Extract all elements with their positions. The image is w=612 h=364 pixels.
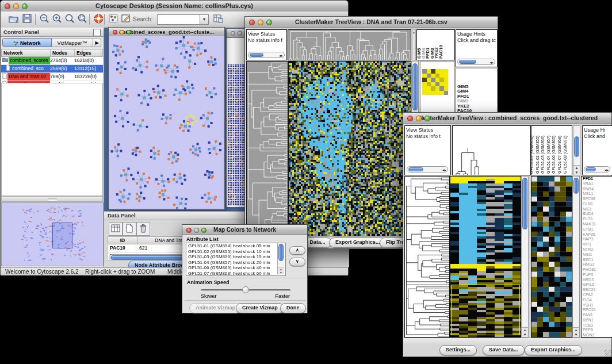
treeview1-titlebar[interactable]: ClusterMaker TreeView : DNA and Tran 07-… xyxy=(245,17,498,28)
network-canvas[interactable] xyxy=(109,36,224,209)
gene-label[interactable]: HMG1 xyxy=(582,262,612,267)
settings-button[interactable]: Settings... xyxy=(439,345,477,355)
matrix-cell[interactable] xyxy=(431,86,435,91)
save-icon[interactable] xyxy=(21,13,33,25)
tv1-column-dendrogram[interactable] xyxy=(288,29,411,60)
tv2-heatmap[interactable] xyxy=(450,176,521,338)
matrix-cell[interactable] xyxy=(435,74,440,78)
main-title-bar[interactable]: Cytoscape Desktop (Session Name: collins… xyxy=(1,1,348,12)
tv1-mini-scroll-strip[interactable]: ▲ xyxy=(412,29,416,60)
matrix-cell[interactable] xyxy=(439,86,444,91)
matrix-cell[interactable] xyxy=(444,74,449,78)
matrix-cell[interactable] xyxy=(444,91,449,95)
matrix-cell[interactable] xyxy=(439,74,444,78)
tv2-column-label[interactable]: GPL51-01 (GSM854) xyxy=(531,136,534,174)
minimize-button[interactable] xyxy=(416,116,422,121)
minimize-button[interactable] xyxy=(13,3,19,9)
tv2-collabel-vscrollbar[interactable]: ▲▼ xyxy=(573,125,580,175)
network-birdseye-overview[interactable] xyxy=(1,202,104,266)
matrix-cell[interactable] xyxy=(439,91,444,95)
matrix-cell[interactable] xyxy=(444,78,449,82)
close-button[interactable] xyxy=(249,20,255,25)
gene-label[interactable]: CLN1 xyxy=(582,202,612,207)
matrix-cell[interactable] xyxy=(435,69,440,74)
gene-label[interactable]: TCB3 xyxy=(582,323,612,328)
zoom-button[interactable] xyxy=(127,30,131,35)
tab-scroll-right-icon[interactable]: ▶ xyxy=(93,38,101,47)
tv1-status-hscrollbar[interactable]: ◂▸ xyxy=(248,52,285,58)
tv2-column-label[interactable]: GPL51-02 (GSM855) xyxy=(536,136,540,174)
zoom-button[interactable] xyxy=(22,3,28,9)
close-button[interactable] xyxy=(186,228,192,233)
matrix-cell[interactable] xyxy=(422,69,427,74)
close-button[interactable] xyxy=(113,30,117,35)
dialog-titlebar[interactable]: Map Colors to Network xyxy=(182,225,307,235)
tab-network[interactable]: Network xyxy=(2,38,52,47)
matrix-cell[interactable] xyxy=(435,91,440,95)
gene-label[interactable]: NIS1 xyxy=(582,207,612,212)
search-input[interactable] xyxy=(157,14,201,25)
resize-grip[interactable] xyxy=(605,350,611,356)
matrix-cell[interactable] xyxy=(439,78,444,82)
gene-label[interactable]: ELG1 xyxy=(582,217,612,222)
matrix-cell[interactable] xyxy=(427,74,431,78)
close-button[interactable] xyxy=(5,3,10,9)
zoom-selected-icon[interactable] xyxy=(76,13,88,25)
save-data-button[interactable]: Save Data... xyxy=(483,345,525,355)
matrix-cell[interactable] xyxy=(431,91,435,95)
tv1-heatmap[interactable] xyxy=(288,61,411,236)
gene-label[interactable]: MON2 xyxy=(582,333,612,338)
gene-label[interactable]: YSH1 xyxy=(582,303,612,308)
gene-label[interactable]: SPC98 xyxy=(582,197,612,202)
zoom-button[interactable] xyxy=(424,116,430,121)
attribute-list-item[interactable]: GPL51-07 (GSM868) heat shock 60 min xyxy=(186,271,285,277)
attribute-browser-icon[interactable] xyxy=(212,13,224,25)
gene-label[interactable]: MSL1 xyxy=(582,191,612,197)
matrix-cell[interactable] xyxy=(435,86,440,91)
treeview2-titlebar[interactable]: ClusterMaker TreeView : combined_scores_… xyxy=(403,113,611,124)
annotation-tool-icon[interactable] xyxy=(120,13,132,25)
matrix-cell[interactable] xyxy=(431,82,435,87)
matrix-cell[interactable] xyxy=(439,82,444,87)
gene-label[interactable]: GTB1 xyxy=(582,227,612,232)
gene-label[interactable]: SEC24 xyxy=(582,288,612,293)
id-column-header[interactable]: ID xyxy=(108,236,137,244)
tv2-column-label[interactable]: GPL51-08 (GSM872) xyxy=(563,136,567,174)
tv1-side-label[interactable]: GIM5 xyxy=(456,68,497,89)
gene-label[interactable]: NTR2 xyxy=(582,247,612,252)
matrix-cell[interactable] xyxy=(422,86,427,91)
zoom-fit-icon[interactable] xyxy=(64,13,75,25)
matrix-cell[interactable] xyxy=(427,69,431,74)
matrix-cell[interactable] xyxy=(422,78,427,82)
close-button[interactable] xyxy=(407,116,413,121)
done-button[interactable]: Done xyxy=(280,303,306,313)
gene-label[interactable]: CPA2 xyxy=(582,293,612,298)
matrix-cell[interactable] xyxy=(431,78,435,82)
zoom-in-icon[interactable] xyxy=(51,13,63,25)
tv2-genelist-vscrollbar[interactable]: ▲▼ xyxy=(572,176,580,338)
matrix-cell[interactable] xyxy=(444,82,449,87)
gene-label[interactable]: RPO21 xyxy=(582,308,612,313)
minimize-button[interactable] xyxy=(120,30,124,35)
matrix-cell[interactable] xyxy=(427,91,431,95)
tv2-column-label[interactable]: GPL51-03 (GSM856) xyxy=(541,136,545,174)
animate-vizmap-button[interactable]: Animate Vizmap xyxy=(189,303,242,313)
tv2-status-hscrollbar[interactable]: ◂▸ xyxy=(407,166,448,173)
gene-label[interactable]: GPI16 xyxy=(582,282,612,288)
network-list-row[interactable]: DNA and Tran 07769(0)183728(0) xyxy=(1,73,103,81)
tab-vizmapper[interactable]: VizMapper™ xyxy=(52,38,93,47)
tv1-cluster-similarity-matrix[interactable] xyxy=(422,69,448,95)
float-panel-icon[interactable] xyxy=(93,29,101,36)
gene-label[interactable]: PUF3 xyxy=(582,273,612,278)
gene-label[interactable]: MSI1 xyxy=(582,252,612,258)
matrix-cell[interactable] xyxy=(444,86,449,91)
gene-label[interactable]: YRA1 xyxy=(582,182,612,187)
matrix-cell[interactable] xyxy=(435,82,440,87)
gene-label[interactable]: PFD1 xyxy=(582,177,612,182)
move-up-button[interactable]: ∧ xyxy=(289,246,305,255)
zoom-out-icon[interactable] xyxy=(39,13,50,25)
attribute-list-item[interactable]: GPL51-02 (GSM855) heat shock 10 min xyxy=(186,249,285,255)
tv2-column-label[interactable]: GPL51-07 (GSM868) xyxy=(557,136,561,174)
zoom-button[interactable] xyxy=(266,20,272,25)
help-lifering-icon[interactable] xyxy=(93,13,104,25)
